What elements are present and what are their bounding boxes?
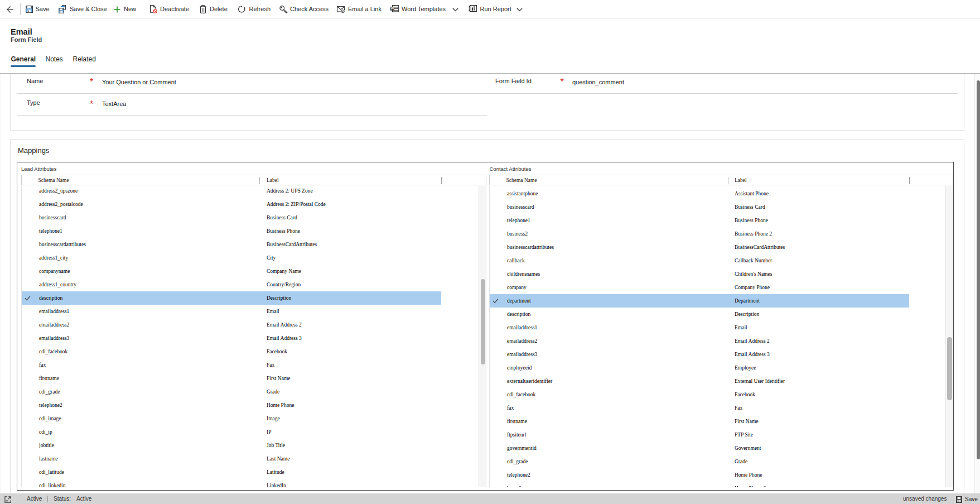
svg-text:W: W (390, 7, 394, 10)
